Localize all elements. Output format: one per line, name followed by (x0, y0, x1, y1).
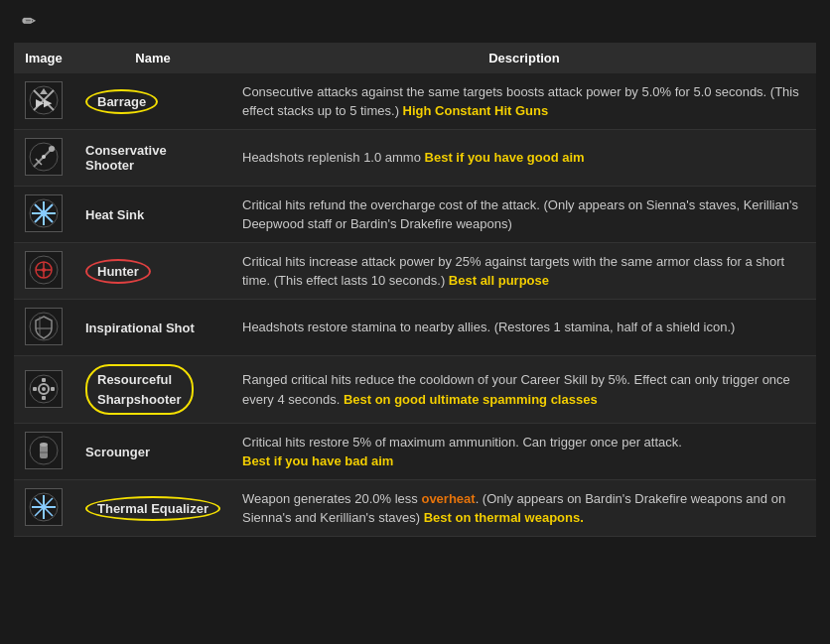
col-description: Description (232, 43, 816, 73)
trait-icon-cell (14, 187, 73, 243)
trait-desc-cell: Weapon generates 20.0% less overheat. (O… (232, 480, 816, 537)
trait-name: Barrage (85, 89, 158, 114)
table-header-row: Image Name Description (14, 43, 816, 73)
trait-name-cell: Heat Sink (73, 187, 232, 243)
trait-name: ResourcefulSharpshooter (85, 364, 194, 415)
highlight-yellow: Best if you have good aim (425, 150, 585, 165)
trait-icon (25, 488, 63, 526)
svg-rect-34 (42, 396, 46, 400)
trait-desc-cell: Headshots restore stamina to nearby alli… (232, 300, 816, 356)
trait-icon-cell (14, 356, 73, 424)
table-row: ScroungerCritical hits restore 5% of max… (14, 424, 816, 480)
table-row: ResourcefulSharpshooterRanged critical h… (14, 356, 816, 424)
table-row: ConservativeShooterHeadshots replenish 1… (14, 130, 816, 187)
trait-icon (25, 308, 63, 345)
page-title: ✏ (14, 12, 816, 31)
trait-name-cell: Barrage (73, 73, 232, 130)
highlight-yellow: Best all purpose (449, 273, 549, 288)
table-row: Heat SinkCritical hits refund the overch… (14, 187, 816, 243)
table-row: HunterCritical hits increase attack powe… (14, 243, 816, 300)
trait-desc-cell: Critical hits refund the overcharge cost… (232, 187, 816, 243)
highlight-yellow: High Constant Hit Guns (403, 103, 549, 118)
svg-point-11 (42, 155, 46, 159)
trait-desc-cell: Critical hits restore 5% of maximum ammu… (232, 424, 816, 480)
trait-icon (25, 194, 63, 232)
trait-name: ConservativeShooter (85, 143, 167, 173)
trait-desc-cell: Consecutive attacks against the same tar… (232, 73, 816, 130)
svg-text:▶▶: ▶▶ (36, 97, 53, 108)
table-row: Thermal EqualizerWeapon generates 20.0% … (14, 480, 816, 537)
col-name: Name (73, 43, 232, 73)
trait-name: Scrounger (85, 445, 150, 459)
trait-name-cell: Scrounger (73, 424, 232, 480)
trait-name: Heat Sink (85, 207, 144, 222)
highlight-yellow: Best if you have bad aim (242, 453, 393, 468)
trait-desc-cell: Ranged critical hits reduce the cooldown… (232, 356, 816, 424)
desc-text: Headshots replenish 1.0 ammo (242, 150, 425, 165)
svg-rect-35 (33, 387, 37, 391)
trait-icon (25, 251, 63, 289)
trait-desc-cell: Critical hits increase attack power by 2… (232, 243, 816, 300)
table-row: Inspirational ShotHeadshots restore stam… (14, 300, 816, 356)
trait-name-cell: ResourcefulSharpshooter (73, 356, 232, 424)
trait-name: Inspirational Shot (85, 321, 195, 335)
svg-point-40 (40, 443, 48, 447)
highlight-yellow: Best on good ultimate spamming classes (344, 392, 598, 407)
desc-text: Weapon generates 20.0% less (242, 491, 421, 506)
desc-text: Headshots restore stamina to nearby alli… (242, 320, 735, 334)
highlight-yellow: Best on thermal weapons. (424, 510, 584, 525)
trait-icon (25, 432, 63, 469)
svg-rect-33 (42, 378, 46, 382)
trait-icon: ▶▶ (25, 81, 63, 119)
table-row: ▶▶ BarrageConsecutive attacks against th… (14, 73, 816, 130)
trait-name: Thermal Equalizer (85, 496, 220, 521)
svg-point-24 (42, 268, 46, 272)
desc-text: Critical hits restore 5% of maximum ammu… (242, 435, 682, 450)
desc-text: Critical hits refund the overcharge cost… (242, 197, 798, 232)
trait-name-cell: Thermal Equalizer (73, 480, 232, 537)
page-container: ✏ Image Name Description ▶▶ BarrageConse… (0, 0, 830, 549)
trait-icon (25, 138, 63, 176)
trait-icon-cell: ▶▶ (14, 73, 73, 130)
trait-icon (25, 370, 63, 408)
trait-icon-cell (14, 480, 73, 537)
trait-name: Hunter (85, 259, 151, 284)
svg-rect-39 (40, 445, 48, 458)
trait-icon-cell (14, 300, 73, 356)
traits-table: Image Name Description ▶▶ BarrageConsecu… (14, 43, 816, 537)
trait-icon-cell (14, 424, 73, 480)
trait-name-cell: Inspirational Shot (73, 300, 232, 356)
trait-desc-cell: Headshots replenish 1.0 ammo Best if you… (232, 130, 816, 187)
svg-point-9 (49, 146, 55, 152)
trait-name-cell: Hunter (73, 243, 232, 300)
svg-rect-36 (51, 387, 55, 391)
highlight-orange: overheat (421, 491, 475, 506)
col-image: Image (14, 43, 73, 73)
svg-point-32 (42, 387, 46, 391)
trait-name-cell: ConservativeShooter (73, 130, 232, 187)
svg-point-18 (41, 210, 47, 216)
trait-icon-cell (14, 130, 73, 187)
trait-icon-cell (14, 243, 73, 300)
svg-point-48 (42, 505, 47, 510)
edit-icon[interactable]: ✏ (22, 12, 35, 31)
